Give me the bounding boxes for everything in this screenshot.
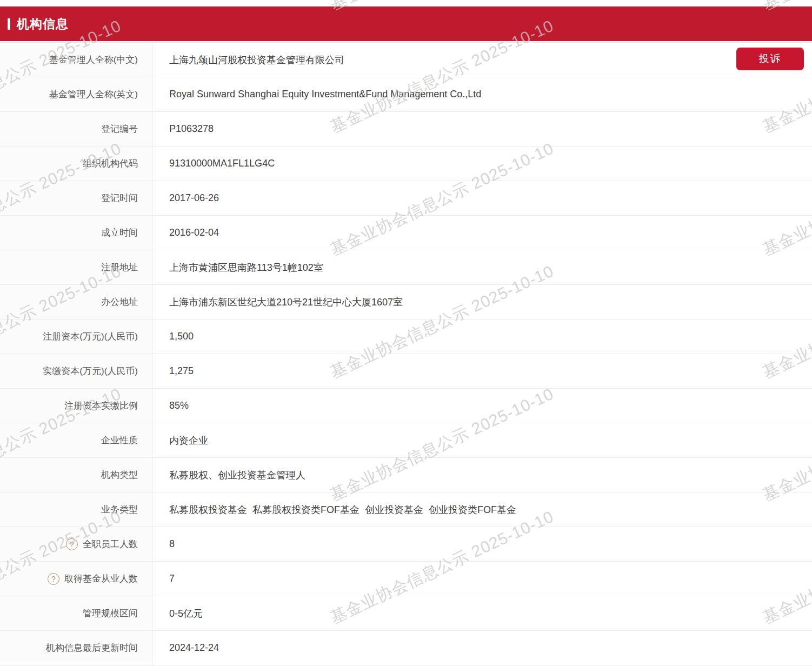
row-label: 企业性质 (101, 434, 138, 447)
row-label: 业务类型 (101, 503, 138, 516)
row-label: 办公地址 (101, 296, 138, 308)
row-value-cell: 上海市浦东新区世纪大道210号21世纪中心大厦1607室 (152, 285, 812, 319)
row-value-cell: 内资企业 (152, 423, 812, 457)
row-label-cell: 组织机构代码 (0, 146, 152, 181)
row-label-cell: 登记编号 (0, 112, 152, 146)
row-label-cell: 机构类型 (0, 458, 152, 492)
row-value: 7 (169, 573, 175, 584)
row-label: 成立时间 (101, 227, 138, 239)
info-row: 业务类型 私募股权投资基金 私募股权投资类FOF基金 创业投资基金 创业投资类F… (0, 492, 812, 527)
info-row: 注册资本(万元)(人民币) 1,500 (0, 319, 812, 354)
info-row: 实缴资本(万元)(人民币) 1,275 (0, 354, 812, 389)
info-row: ? 全职员工人数 8 (0, 527, 812, 562)
row-value: 上海市浦东新区世纪大道210号21世纪中心大厦1607室 (169, 296, 403, 309)
row-label-cell: ? 全职员工人数 (0, 527, 152, 561)
info-row: 成立时间 2016-02-04 (0, 216, 812, 250)
row-value: 1,275 (169, 365, 194, 377)
row-label-cell: 机构信息最后更新时间 (0, 631, 152, 665)
row-label-cell: 办公地址 (0, 285, 152, 319)
row-value-cell: 私募股权、创业投资基金管理人 (152, 458, 812, 492)
row-value: 上海九颂山河股权投资基金管理有限公司 (169, 54, 344, 66)
row-label-cell: 企业性质 (0, 423, 152, 457)
row-label: 组织机构代码 (83, 157, 138, 170)
row-label-cell: 注册资本实缴比例 (0, 389, 152, 423)
row-label-cell: 基金管理人全称(中文) (0, 43, 152, 77)
section-title-marker (8, 18, 10, 30)
institution-info-page: 机构信息 投诉 基金管理人全称(中文) 上海九颂山河股权投资基金管理有限公司 基… (0, 0, 812, 666)
row-label: 管理规模区间 (83, 607, 138, 620)
info-row: 机构类型 私募股权、创业投资基金管理人 (0, 458, 812, 492)
info-row: 基金管理人全称(中文) 上海九颂山河股权投资基金管理有限公司 (0, 43, 812, 77)
row-value: Royal Sunward Shanghai Equity Investment… (169, 89, 481, 100)
info-row: 组织机构代码 91310000MA1FL1LG4C (0, 146, 812, 181)
row-value: 85% (169, 400, 189, 411)
row-label-cell: 管理规模区间 (0, 596, 152, 630)
row-label-cell: 业务类型 (0, 492, 152, 527)
complaint-button[interactable]: 投诉 (736, 48, 804, 70)
row-value-cell: 2024-12-24 (152, 631, 812, 665)
info-row: 登记时间 2017-06-26 (0, 181, 812, 216)
row-value-cell: 上海市黄浦区思南路113号1幢102室 (152, 250, 812, 284)
row-label: 注册地址 (101, 261, 138, 274)
row-value-cell: 上海九颂山河股权投资基金管理有限公司 (152, 43, 812, 77)
row-label-cell: 登记时间 (0, 181, 152, 215)
row-label: 登记时间 (101, 192, 138, 204)
row-value: 私募股权、创业投资基金管理人 (169, 469, 305, 482)
page-title: 机构信息 (17, 18, 69, 30)
help-icon[interactable]: ? (66, 538, 78, 550)
info-row: ? 取得基金从业人数 7 (0, 562, 812, 596)
row-label-cell: 成立时间 (0, 216, 152, 250)
row-value-cell: 私募股权投资基金 私募股权投资类FOF基金 创业投资基金 创业投资类FOF基金 (152, 492, 812, 527)
row-value: 内资企业 (169, 434, 208, 447)
row-label-cell: ? 取得基金从业人数 (0, 562, 152, 596)
row-label: 基金管理人全称(英文) (49, 88, 138, 101)
row-value-cell: 0-5亿元 (152, 596, 812, 630)
institution-info-table: 基金管理人全称(中文) 上海九颂山河股权投资基金管理有限公司 基金管理人全称(英… (0, 42, 812, 665)
row-label: 取得基金从业人数 (64, 572, 138, 585)
row-value-cell: 2017-06-26 (152, 181, 812, 215)
row-label-cell: 注册地址 (0, 250, 152, 284)
row-value: P1063278 (169, 123, 214, 135)
info-row: 管理规模区间 0-5亿元 (0, 596, 812, 631)
row-value-cell: P1063278 (152, 112, 812, 146)
row-value-cell: 2016-02-04 (152, 216, 812, 250)
row-value: 2024-12-24 (169, 642, 219, 654)
row-value: 2017-06-26 (169, 192, 219, 204)
row-label-cell: 注册资本(万元)(人民币) (0, 319, 152, 354)
row-label: 基金管理人全称(中文) (49, 54, 138, 66)
row-label: 实缴资本(万元)(人民币) (43, 365, 138, 377)
info-row: 企业性质 内资企业 (0, 423, 812, 458)
row-label: 登记编号 (101, 123, 138, 135)
info-row: 注册资本实缴比例 85% (0, 389, 812, 423)
row-value: 私募股权投资基金 私募股权投资类FOF基金 创业投资基金 创业投资类FOF基金 (169, 503, 516, 516)
section-header: 机构信息 (0, 6, 812, 41)
info-row: 注册地址 上海市黄浦区思南路113号1幢102室 (0, 250, 812, 285)
row-value-cell: 7 (152, 562, 812, 596)
row-value: 2016-02-04 (169, 227, 219, 238)
row-value-cell: 1,275 (152, 354, 812, 388)
row-value-cell: 1,500 (152, 319, 812, 354)
row-value: 0-5亿元 (169, 607, 203, 620)
row-value-cell: 8 (152, 527, 812, 561)
info-row: 机构信息最后更新时间 2024-12-24 (0, 631, 812, 665)
row-value: 1,500 (169, 331, 194, 342)
info-row: 基金管理人全称(英文) Royal Sunward Shanghai Equit… (0, 77, 812, 112)
row-value: 上海市黄浦区思南路113号1幢102室 (169, 261, 323, 274)
row-value: 8 (169, 538, 175, 550)
row-label: 全职员工人数 (83, 538, 138, 550)
row-value-cell: Royal Sunward Shanghai Equity Investment… (152, 77, 812, 111)
row-label: 机构信息最后更新时间 (46, 642, 138, 654)
row-value: 91310000MA1FL1LG4C (169, 158, 275, 169)
info-row: 登记编号 P1063278 (0, 112, 812, 146)
row-label: 注册资本(万元)(人民币) (43, 330, 138, 343)
row-label: 注册资本实缴比例 (64, 399, 138, 412)
row-value-cell: 91310000MA1FL1LG4C (152, 146, 812, 181)
row-label-cell: 实缴资本(万元)(人民币) (0, 354, 152, 388)
row-value-cell: 85% (152, 389, 812, 423)
row-label: 机构类型 (101, 469, 138, 481)
help-icon[interactable]: ? (48, 573, 59, 585)
info-row: 办公地址 上海市浦东新区世纪大道210号21世纪中心大厦1607室 (0, 285, 812, 319)
row-label-cell: 基金管理人全称(英文) (0, 77, 152, 111)
